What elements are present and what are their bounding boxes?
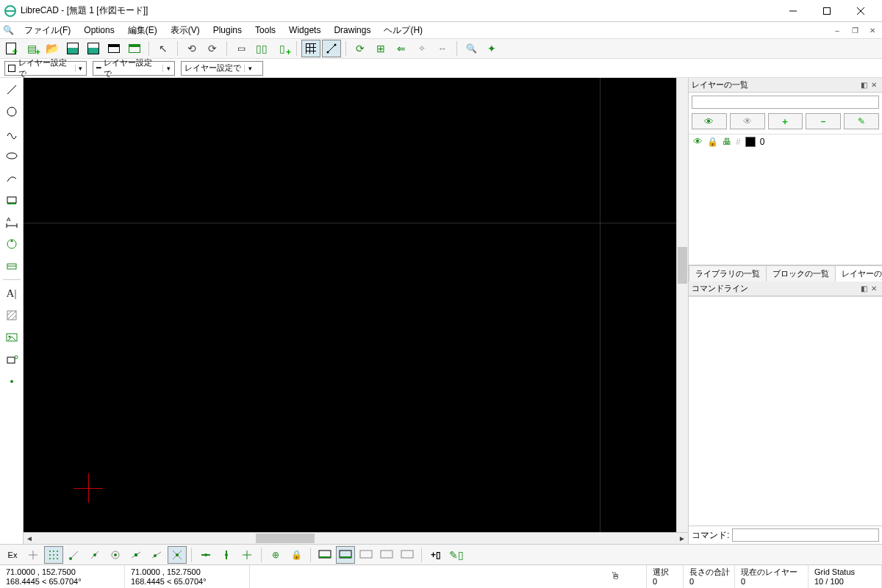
menu-help[interactable]: ヘルプ(H) <box>379 23 427 38</box>
undock-icon[interactable]: ◧ <box>858 80 869 90</box>
command-input[interactable] <box>732 528 879 542</box>
dimension-tool[interactable]: A <box>3 213 21 231</box>
new-button[interactable] <box>1 40 21 57</box>
zoom-prev-button[interactable]: ⇐ <box>392 40 411 57</box>
mtext-tool[interactable]: A| <box>3 284 21 302</box>
image-tool[interactable] <box>3 329 21 346</box>
restrict-vertical-button[interactable] <box>217 546 236 564</box>
linetype-combo[interactable]: ━レイヤー設定で ▾ <box>93 61 175 76</box>
open-button[interactable]: 📂 <box>43 40 62 57</box>
circle-tool[interactable] <box>3 103 21 121</box>
zoom-in-button[interactable]: 🔍 <box>462 40 481 57</box>
layer-color-combo[interactable]: レイヤー設定で ▾ <box>4 61 87 76</box>
snap-middle-button[interactable] <box>126 546 146 564</box>
snap-distance-button[interactable] <box>147 546 166 564</box>
close-button[interactable] <box>844 0 878 22</box>
layer-add-button[interactable]: ＋ <box>768 113 803 129</box>
hatch-tool[interactable] <box>3 306 21 324</box>
layer-filter-input[interactable] <box>692 96 879 109</box>
snap-endpoint-button[interactable] <box>65 546 84 564</box>
lock-icon[interactable]: 🔒 <box>707 137 718 147</box>
print-button[interactable] <box>104 40 123 57</box>
point-tool[interactable] <box>3 373 21 390</box>
mdi-minimize-icon[interactable]: – <box>831 24 844 37</box>
menu-file[interactable]: ファイル(F) <box>20 23 75 38</box>
tab-blocks[interactable]: ブロックの一覧 <box>766 265 836 282</box>
info-tool[interactable] <box>3 257 21 275</box>
menu-drawings[interactable]: Drawings <box>329 24 375 37</box>
print-preview-button[interactable] <box>125 40 144 57</box>
scroll-left-icon[interactable]: ◄ <box>24 534 35 542</box>
menu-widgets[interactable]: Widgets <box>284 24 325 37</box>
tab-layers[interactable]: レイヤーの一覧 <box>835 265 882 282</box>
search-icon[interactable]: 🔍 <box>3 25 14 35</box>
save-button[interactable] <box>63 40 82 57</box>
minimize-button[interactable] <box>776 0 810 22</box>
snap-ex-button[interactable]: Ex <box>3 546 22 564</box>
layer-list[interactable]: 👁 🔒 🖶 # 0 <box>689 134 882 265</box>
polyline-tool[interactable] <box>3 169 21 187</box>
redo-button[interactable]: ⟳ <box>203 40 222 57</box>
zoom-window-button[interactable]: ✧ <box>412 40 431 57</box>
copy-button[interactable]: ▯▯ <box>252 40 271 57</box>
screen1-button[interactable] <box>315 546 334 564</box>
menu-tools[interactable]: Tools <box>251 24 280 37</box>
close-panel-icon[interactable]: ✕ <box>869 80 879 90</box>
menu-plugins[interactable]: Plugins <box>209 24 246 37</box>
snap-center-button[interactable] <box>106 546 125 564</box>
drawing-canvas[interactable] <box>24 78 676 532</box>
cut-button[interactable]: ▭ <box>232 40 251 57</box>
zoom-pan-button[interactable]: ↔ <box>433 40 452 57</box>
menu-view[interactable]: 表示(V) <box>166 23 204 38</box>
maximize-button[interactable] <box>810 0 844 22</box>
mdi-restore-icon[interactable]: ❐ <box>848 24 861 37</box>
paste-button[interactable]: ▯+ <box>273 40 292 57</box>
print-icon[interactable]: 🖶 <box>723 137 731 147</box>
layer-hide-all-button[interactable]: 👁 <box>730 113 765 129</box>
block-tool[interactable] <box>3 351 21 368</box>
screen3-button[interactable] <box>356 546 376 564</box>
command-log[interactable] <box>689 296 882 526</box>
grid-toggle[interactable] <box>301 40 320 57</box>
screen2-button[interactable] <box>336 546 355 564</box>
snap-intersection-button[interactable] <box>168 546 187 564</box>
select-tool[interactable] <box>3 191 21 209</box>
layer-edit-button[interactable]: ✎ <box>844 113 879 129</box>
menu-options[interactable]: Options <box>79 24 118 37</box>
screen5-button[interactable] <box>398 546 417 564</box>
screen4-button[interactable] <box>377 546 396 564</box>
vertical-scrollbar[interactable] <box>676 78 688 532</box>
color-swatch[interactable] <box>745 137 756 147</box>
undock-icon[interactable]: ◧ <box>858 284 869 294</box>
ellipse-tool[interactable] <box>3 147 21 165</box>
layer-row[interactable]: 👁 🔒 🖶 # 0 <box>689 135 882 148</box>
new-from-template-button[interactable]: ▤+ <box>22 40 41 57</box>
modify-tool[interactable] <box>3 235 21 253</box>
zoom-auto-button[interactable]: ⊞ <box>371 40 390 57</box>
close-panel-icon[interactable]: ✕ <box>869 284 879 294</box>
snap-on-entity-button[interactable] <box>85 546 104 564</box>
scroll-right-icon[interactable]: ► <box>676 534 688 542</box>
snap-grid-button[interactable] <box>44 546 63 564</box>
menu-edit[interactable]: 編集(E) <box>123 23 162 38</box>
tab-library[interactable]: ライブラリの一覧 <box>689 265 767 282</box>
curve-tool[interactable] <box>3 125 21 143</box>
layer-show-all-button[interactable]: 👁 <box>692 113 727 129</box>
save-as-button[interactable] <box>84 40 103 57</box>
restrict-orthogonal-button[interactable] <box>237 546 257 564</box>
layer-remove-button[interactable]: － <box>806 113 841 129</box>
lock-relative-zero-button[interactable]: 🔒 <box>287 546 306 564</box>
pointer-tool[interactable]: ↖ <box>154 40 173 57</box>
undo-button[interactable]: ⟲ <box>182 40 201 57</box>
edit-view-button[interactable]: ✎▯ <box>447 546 466 564</box>
zoom-selection-button[interactable]: ✦ <box>482 40 501 57</box>
mdi-close-icon[interactable]: ✕ <box>866 24 879 37</box>
relative-zero-button[interactable]: ⊕ <box>266 546 285 564</box>
construction-icon[interactable]: # <box>736 137 741 147</box>
restrict-horizontal-button[interactable] <box>196 546 215 564</box>
lineweight-combo[interactable]: レイヤー設定で ▾ <box>181 61 263 76</box>
add-view-button[interactable]: +▯ <box>426 546 445 564</box>
line-tool[interactable] <box>3 81 21 98</box>
draft-toggle[interactable] <box>322 40 341 57</box>
eye-icon[interactable]: 👁 <box>693 136 703 147</box>
